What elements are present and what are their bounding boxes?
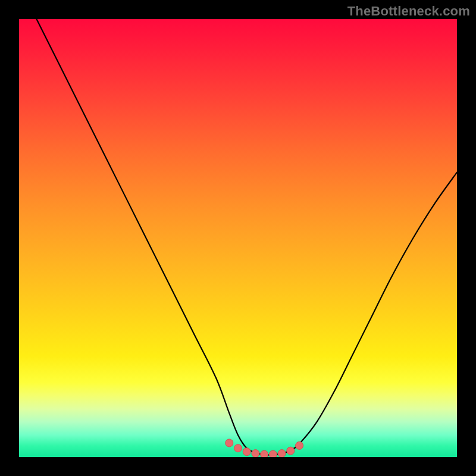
chart-svg [19, 19, 457, 457]
watermark-text: TheBottleneck.com [347, 4, 470, 19]
plot-area [19, 19, 457, 457]
bottleneck-curve [36, 19, 457, 455]
optimal-range-marker [226, 439, 233, 447]
optimal-range-marker [252, 450, 259, 457]
optimal-range-marker [234, 444, 242, 452]
optimal-range-marker [243, 448, 250, 456]
optimal-range-marker [261, 450, 268, 457]
optimal-range-marker [296, 441, 303, 449]
optimal-range-marker [269, 450, 277, 457]
chart-frame: TheBottleneck.com [0, 0, 476, 476]
optimal-range-marker [278, 450, 286, 457]
optimal-range-marker [287, 447, 295, 455]
optimal-range-markers [226, 439, 303, 457]
